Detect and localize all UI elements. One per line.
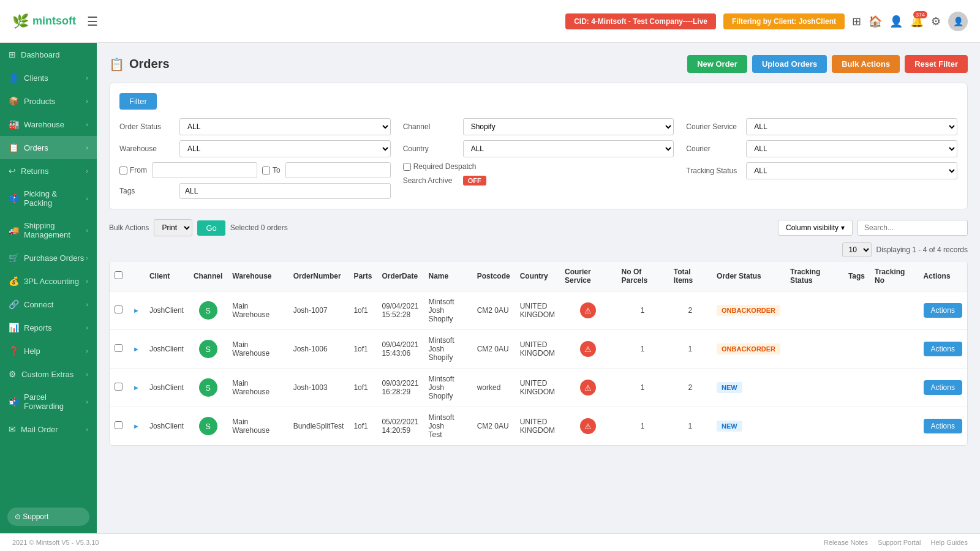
row-expand[interactable]: ► [128,291,145,330]
sidebar-item-returns[interactable]: ↩ Returns › [0,159,97,182]
table-row: ► JoshClient S Main Warehouse BundleSpli… [110,407,967,446]
actions-button[interactable]: Actions [924,342,962,356]
row-expand[interactable]: ► [128,407,145,446]
from-check-input[interactable] [119,167,127,174]
to-checkbox[interactable]: To [262,166,281,174]
chevron-right-icon: › [86,398,88,405]
row-expand[interactable]: ► [128,330,145,369]
from-checkbox[interactable]: From [119,166,147,174]
support-portal-link[interactable]: Support Portal [878,539,921,546]
sidebar-item-reports[interactable]: 📊 Reports › [0,316,97,339]
print-select[interactable]: Print [154,219,192,236]
header-actions: New Order Upload Orders Bulk Actions Res… [687,55,968,73]
sidebar-item-products[interactable]: 📦 Products › [0,89,97,113]
search-input[interactable] [858,220,968,236]
release-notes-link[interactable]: Release Notes [824,539,868,546]
channel-select[interactable]: Shopify [463,118,674,135]
go-button[interactable]: Go [197,220,225,236]
shopify-channel-icon: S [199,378,217,397]
country-select[interactable]: ALL [463,140,674,157]
tags-input[interactable] [179,183,391,199]
courier-select[interactable]: ALL [746,140,957,157]
tracking-status-select[interactable]: ALL [746,162,957,179]
help-guides-link[interactable]: Help Guides [930,539,968,546]
actions-button[interactable]: Actions [924,303,962,318]
chevron-right-icon: › [86,324,88,331]
sidebar-item-purchase-orders[interactable]: 🛒 Purchase Orders › [0,246,97,269]
upload-orders-button[interactable]: Upload Orders [752,55,827,73]
filter-toggle-button[interactable]: Filter [119,93,157,110]
row-actions[interactable]: Actions [919,330,967,369]
bulk-actions-button[interactable]: Bulk Actions [832,55,900,73]
row-channel: S [189,330,227,369]
courier-service-select[interactable]: ALL [746,118,957,135]
required-despatch-input[interactable] [403,163,411,171]
to-date-input[interactable] [285,162,391,178]
warehouse-select[interactable]: ALL [179,140,391,157]
new-order-button[interactable]: New Order [687,55,747,73]
sidebar-item-shipping[interactable]: 🚚 Shipping Management › [0,214,97,246]
search-archive-toggle[interactable]: OFF [463,176,486,186]
sidebar-item-mail-order[interactable]: ✉ Mail Order › [0,418,97,441]
hamburger-button[interactable]: ☰ [87,14,98,29]
sidebar-item-dashboard[interactable]: ⊞ Dashboard [0,43,97,66]
row-client: JoshClient [145,407,189,446]
avatar[interactable]: 👤 [948,12,968,31]
row-tracking-status [785,407,843,446]
row-name: Mintsoft Josh Test [423,407,472,446]
row-checkbox[interactable] [110,330,128,369]
th-tags: Tags [843,261,870,291]
column-visibility-label: Column visibility [786,223,839,232]
row-tracking-status [785,291,843,330]
to-check-input[interactable] [262,167,270,174]
order-status-select[interactable]: ALL [179,118,391,135]
sidebar-item-custom-extras[interactable]: ⚙ Custom Extras › [0,362,97,386]
warehouse-icon: 🏭 [9,119,19,129]
cid-badge-button[interactable]: CID: 4-Mintsoft - Test Company----Live [565,13,716,29]
from-date-input[interactable] [152,162,257,178]
sidebar-item-orders[interactable]: 📋 Orders › [0,136,97,159]
home-icon[interactable]: 🏠 [869,15,882,28]
row-actions[interactable]: Actions [919,291,967,330]
sidebar-item-connect[interactable]: 🔗 Connect › [0,293,97,316]
row-expand[interactable]: ► [128,369,145,407]
per-page-select[interactable]: 10 25 50 [842,242,872,257]
row-actions[interactable]: Actions [919,369,967,407]
sidebar-item-clients[interactable]: 👤 Clients › [0,66,97,89]
filter-col-2: Channel Shopify Country ALL [403,118,674,199]
table-row: ► JoshClient S Main Warehouse Josh-1007 … [110,291,967,330]
apps-icon[interactable]: ⊞ [852,15,861,28]
row-parts: 1of1 [349,330,377,369]
notification-icon[interactable]: 🔔 374 [910,15,924,28]
sidebar-item-parcel-forwarding[interactable]: 📬 Parcel Forwarding › [0,386,97,418]
sidebar-item-picking-packing[interactable]: 📫 Picking & Packing › [0,182,97,214]
th-actions: Actions [919,261,967,291]
th-no-parcels: No Of Parcels [617,261,669,291]
orders-table-wrap: Client Channel Warehouse OrderNumber Par… [109,261,968,446]
row-tracking-status [785,369,843,407]
row-checkbox[interactable] [110,291,128,330]
row-actions[interactable]: Actions [919,407,967,446]
row-checkbox[interactable] [110,407,128,446]
support-button[interactable]: ⊙ Support [7,508,89,526]
row-checkbox[interactable] [110,369,128,407]
status-badge: NEW [717,421,742,432]
th-select-all [110,261,128,291]
chevron-down-icon: ▾ [841,223,845,232]
column-visibility-button[interactable]: Column visibility ▾ [778,220,853,236]
th-courier-service: Courier Service [560,261,617,291]
row-parts: 1of1 [349,291,377,330]
settings-icon[interactable]: ⚙ [931,15,941,28]
actions-button[interactable]: Actions [924,419,962,433]
reset-filter-button[interactable]: Reset Filter [905,55,968,73]
sidebar-item-warehouse[interactable]: 🏭 Warehouse › [0,113,97,136]
select-all-checkbox[interactable] [115,271,123,279]
sidebar-item-3pl-accounting[interactable]: 💰 3PL Accounting › [0,269,97,293]
row-country: UNITED KINGDOM [515,291,560,330]
actions-button[interactable]: Actions [924,380,962,395]
row-warehouse: Main Warehouse [227,407,288,446]
required-despatch-checkbox[interactable]: Required Despatch [403,162,477,171]
filter-badge-button[interactable]: Filtering by Client: JoshClient [723,13,845,29]
user-icon[interactable]: 👤 [889,15,903,28]
sidebar-item-help[interactable]: ❓ Help › [0,339,97,362]
